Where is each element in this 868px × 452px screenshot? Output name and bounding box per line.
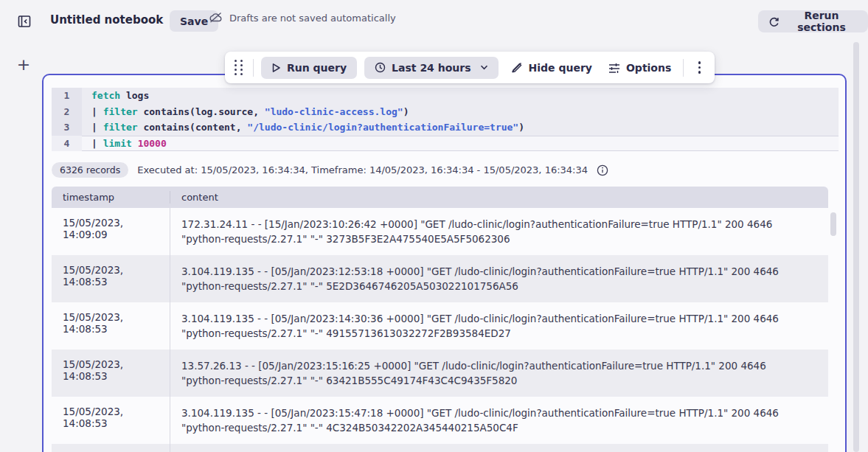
hide-query-button[interactable]: Hide query: [506, 57, 597, 79]
section-toolbar: Run query Last 24 hours Hide query Optio…: [225, 52, 715, 83]
line-number: 4: [52, 136, 82, 152]
cell-timestamp: 15/05/2023, 14:08:53: [52, 350, 170, 397]
table-scrollbar-thumb[interactable]: [830, 212, 836, 236]
table-row[interactable]: 15/05/2023, 14:08:5313.57.26.13 - - [05/…: [52, 350, 828, 397]
column-header-content[interactable]: content: [170, 191, 828, 204]
chevron-down-icon: [480, 65, 488, 70]
cell-timestamp: 15/05/2023, 14:08:53: [52, 255, 170, 302]
code-text: | limit 10000: [82, 136, 839, 152]
code-text: fetch logs: [82, 88, 839, 104]
options-button[interactable]: Options: [604, 57, 676, 79]
sliders-icon: [608, 63, 620, 73]
notebook-title: Untitled notebook: [50, 13, 163, 27]
cell-timestamp: 15/05/2023, 14:09:09: [52, 208, 170, 255]
table-row[interactable]: 15/05/2023, 14:09:09172.31.24.11 - - [15…: [52, 208, 828, 255]
cell-timestamp: 15/05/2023, 14:08:53: [52, 302, 170, 350]
result-meta: 6326 records Executed at: 15/05/2023, 16…: [52, 162, 608, 178]
timeframe-label: Last 24 hours: [392, 62, 471, 74]
cell-content: 13.57.26.13 - - [05/Jan/2023:15:16:25 +0…: [170, 350, 828, 397]
line-number: 1: [52, 88, 82, 104]
cell-content: 3.104.119.135 - - [05/Jan/2023:12:53:18 …: [170, 255, 828, 302]
run-query-button[interactable]: Run query: [261, 57, 357, 79]
cell-timestamp: 15/05/2023, 14:08:53: [52, 397, 170, 444]
cell-content: 3.104.119.135 - - [05/Jan/2023:14:30:36 …: [170, 302, 828, 350]
column-header-timestamp[interactable]: timestamp: [52, 192, 170, 203]
play-icon: [271, 63, 281, 73]
line-number: 3: [52, 119, 82, 136]
more-options-kebab-button[interactable]: [691, 58, 707, 78]
code-line[interactable]: 3| filter contains(content, "/ludo-clini…: [52, 119, 839, 136]
table-header-row: timestamp content: [52, 187, 828, 208]
table-body: 15/05/2023, 14:09:09172.31.24.11 - - [15…: [52, 208, 828, 444]
code-text: | filter contains(content, "/ludo-clinic…: [82, 119, 839, 136]
clock-icon: [375, 62, 386, 73]
sidebar-toggle-icon[interactable]: [17, 14, 32, 29]
code-line[interactable]: 1fetch logs: [52, 88, 839, 104]
top-bar: Untitled notebook Save Drafts are not sa…: [0, 0, 868, 41]
page-scrollbar-thumb[interactable]: [853, 42, 859, 452]
options-label: Options: [626, 62, 671, 74]
line-number: 2: [52, 104, 82, 120]
add-section-button[interactable]: +: [16, 58, 31, 73]
refresh-icon: [768, 16, 780, 27]
rerun-sections-button[interactable]: Rerun sections: [758, 10, 868, 32]
records-count-badge: 6326 records: [52, 162, 128, 178]
draft-notice-text: Drafts are not saved automatically: [229, 13, 396, 24]
timeframe-selector[interactable]: Last 24 hours: [364, 57, 498, 79]
toolbar-divider: [683, 59, 684, 77]
executed-at-text: Executed at: 15/05/2023, 16:34:34, Timef…: [137, 164, 588, 175]
query-editor[interactable]: 1fetch logs2| filter contains(log.source…: [52, 88, 839, 151]
code-line[interactable]: 2| filter contains(log.source, "ludo-cli…: [52, 104, 839, 120]
pen-slash-icon: [510, 62, 523, 73]
rerun-sections-label: Rerun sections: [785, 10, 858, 33]
run-query-label: Run query: [287, 62, 347, 74]
toolbar-divider: [253, 59, 254, 77]
code-text: | filter contains(log.source, "ludo-clin…: [82, 104, 839, 120]
cell-content: 3.104.119.135 - - [05/Jan/2023:15:47:18 …: [170, 397, 828, 444]
drag-handle-icon[interactable]: [232, 60, 246, 76]
notebook-section-card: 1fetch logs2| filter contains(log.source…: [42, 74, 847, 452]
code-line[interactable]: 4| limit 10000: [52, 136, 839, 152]
table-row[interactable]: 15/05/2023, 14:08:533.104.119.135 - - [0…: [52, 397, 828, 444]
results-table: timestamp content 15/05/2023, 14:09:0917…: [52, 187, 828, 452]
notebook-title-menu[interactable]: Untitled notebook: [50, 13, 184, 27]
draft-status: Drafts are not saved automatically: [209, 12, 396, 24]
table-row-partial: [52, 444, 828, 452]
hide-query-label: Hide query: [529, 62, 592, 74]
table-row[interactable]: 15/05/2023, 14:08:533.104.119.135 - - [0…: [52, 302, 828, 350]
info-icon[interactable]: [597, 164, 608, 176]
table-row[interactable]: 15/05/2023, 14:08:533.104.119.135 - - [0…: [52, 255, 828, 302]
cloud-slash-icon: [209, 12, 223, 24]
cell-content: 172.31.24.11 - - [15/Jan/2023:10:26:42 +…: [170, 208, 828, 255]
